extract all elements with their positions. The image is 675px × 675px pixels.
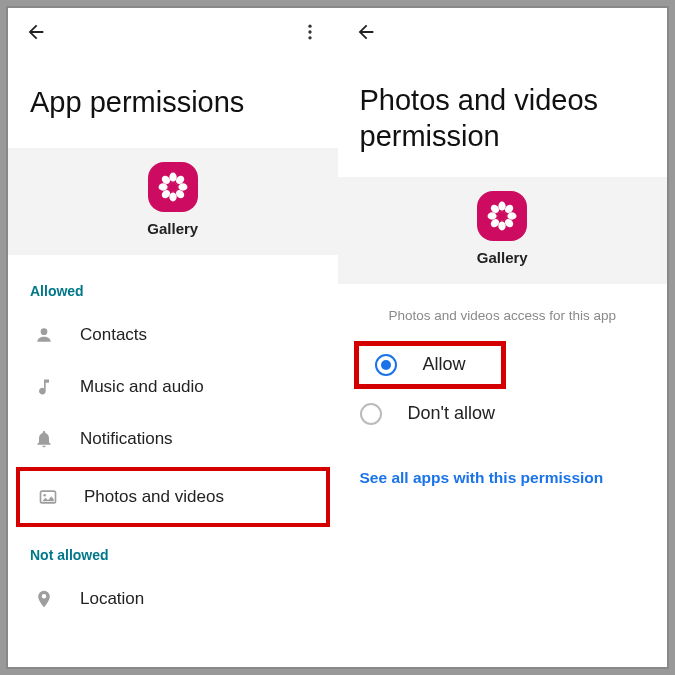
app-header-box: Gallery [338,177,668,284]
svg-point-4 [169,173,176,182]
svg-point-15 [43,494,46,497]
svg-point-1 [308,30,311,33]
arrow-left-icon [25,21,47,43]
perm-label: Music and audio [80,377,204,397]
overflow-menu-button[interactable] [290,12,330,52]
radio-dont-allow[interactable] [360,403,382,425]
see-all-apps-link[interactable]: See all apps with this permission [360,469,604,486]
access-subhead: Photos and videos access for this app [338,284,668,341]
music-note-icon [30,377,58,397]
radio-allow[interactable] [375,354,397,376]
image-icon [34,487,62,507]
gallery-app-icon [148,162,198,212]
page-title: Photos and videos permission [338,56,668,177]
app-header-box: Gallery [8,148,338,255]
bell-icon [30,429,58,449]
pane-photos-permission: Photos and videos permission Gallery Pho… [338,8,668,667]
svg-point-12 [168,183,177,192]
allowed-section-label: Allowed [8,255,338,309]
svg-point-20 [508,212,517,219]
radio-dont-allow-label: Don't allow [408,403,495,424]
app-name-label: Gallery [147,220,198,237]
svg-point-6 [158,184,167,191]
svg-point-18 [499,221,506,230]
svg-point-25 [498,211,507,220]
arrow-left-icon [355,21,377,43]
perm-label: Location [80,589,144,609]
svg-point-17 [499,201,506,210]
topbar [338,8,668,56]
flower-icon [485,199,519,233]
perm-location[interactable]: Location [8,573,338,625]
topbar [8,8,338,56]
svg-point-19 [488,212,497,219]
perm-contacts[interactable]: Contacts [8,309,338,361]
svg-point-5 [169,193,176,202]
perm-music[interactable]: Music and audio [8,361,338,413]
svg-point-0 [308,25,311,28]
location-pin-icon [30,589,58,609]
person-icon [30,325,58,345]
perm-label: Contacts [80,325,147,345]
more-vert-icon [300,22,320,42]
app-name-label: Gallery [477,249,528,266]
perm-label: Notifications [80,429,173,449]
svg-point-13 [41,329,48,336]
pane-app-permissions: App permissions Gallery Allowed Contacts… [8,8,338,667]
perm-photos-and-videos[interactable]: Photos and videos [16,467,330,527]
page-title: App permissions [8,56,338,148]
not-allowed-section-label: Not allowed [8,529,338,573]
back-button[interactable] [346,12,386,52]
back-button[interactable] [16,12,56,52]
perm-notifications[interactable]: Notifications [8,413,338,465]
radio-dont-allow-wrapper[interactable]: Don't allow [338,389,668,439]
radio-allow-wrapper[interactable]: Allow [354,341,506,389]
flower-icon [156,170,190,204]
perm-label: Photos and videos [84,487,224,507]
svg-point-7 [178,184,187,191]
gallery-app-icon [477,191,527,241]
radio-allow-label: Allow [423,354,466,375]
svg-point-2 [308,36,311,39]
see-all-apps-row: See all apps with this permission [338,439,668,517]
radio-dot-icon [381,360,391,370]
